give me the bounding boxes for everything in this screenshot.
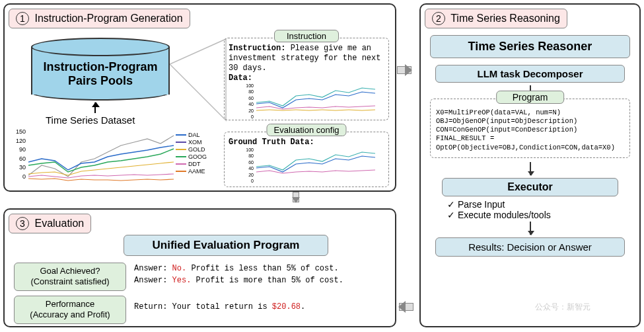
panel2-number: 2 (432, 12, 445, 25)
arrow-config-to-eval (293, 192, 299, 202)
svg-marker-0 (170, 39, 226, 120)
ground-truth-label: Ground Truth Data: (229, 138, 314, 147)
unified-eval-box: Unified Evaluation Program (124, 235, 328, 256)
ground-truth-mini-chart: 100806040200 (256, 147, 382, 180)
program-box: Program X0=MultiPreOP(data=VAL, num=N) O… (430, 99, 630, 158)
executor-item2: ✓ Execute modules/tools (447, 210, 613, 220)
decomposer-box: LLM task Decomposer (435, 65, 625, 83)
arrow-dataset-to-pool (94, 103, 96, 113)
eval-config-title: Evaluation config (266, 124, 346, 136)
answer-yes-line: Answer: Yes. Profit is more than 5% of c… (134, 276, 343, 285)
executor-box: Executor (442, 178, 618, 196)
goal-achieved-box: Goal Achieved? (Constraint satisfied) (14, 263, 126, 291)
pairs-pool-cylinder: Instruction-Program Pairs Pools (31, 38, 170, 101)
panel2-header: 2 Time Series Reasoning (425, 9, 567, 28)
program-title: Program (496, 91, 565, 104)
answer-no-line: Answer: No. Profit is less than 5% of co… (134, 264, 339, 273)
instruction-mini-chart: 100806040200 (256, 83, 382, 116)
eval-config-box: Evaluation config Ground Truth Data: 100… (224, 132, 389, 187)
cylinder-line2: Pairs Pools (68, 74, 133, 87)
panel1-header: 1 Instruction-Program Generation (9, 9, 190, 28)
instruction-box-title: Instruction (274, 30, 339, 42)
panel1-number: 1 (16, 12, 29, 25)
panel-time-series-reasoning: 2 Time Series Reasoning Time Series Reas… (419, 3, 641, 327)
arrow-p1-to-p2 (397, 66, 411, 74)
panel3-number: 3 (16, 217, 29, 230)
instruction-label: Instruction: (229, 44, 285, 53)
return-line: Return: Your total return is $20.68. (134, 302, 305, 311)
instruction-box: Instruction Instruction: Please give me … (224, 38, 389, 120)
results-box: Results: Decision or Answer (435, 237, 625, 257)
time-series-chart: 1501209060300 DAL XOM GOLD GOOG DDT AAME (11, 128, 208, 187)
reasoner-box: Time Series Reasoner (430, 35, 630, 58)
performance-box: Performance (Accuracy and Profit) (14, 296, 126, 324)
arrow-results-to-eval (399, 303, 413, 311)
callout-shape (170, 38, 229, 124)
panel-evaluation: 3 Evaluation Unified Evaluation Program … (3, 208, 396, 327)
program-line4: FINAL_RESULT = (436, 134, 494, 142)
program-line5: OptOP(Objective=OBJ,Condiction=CON,data=… (436, 144, 615, 151)
executor-item1: ✓ Parse Input (447, 199, 613, 210)
panel2-title: Time Series Reasoning (450, 13, 560, 24)
cylinder-line1: Instruction-Program (43, 60, 157, 73)
panel-instruction-program-generation: 1 Instruction-Program Generation Instruc… (3, 3, 396, 192)
panel3-header: 3 Evaluation (9, 214, 91, 233)
program-line3: CON=ConGenOP(input=ConDescription) (436, 126, 577, 134)
data-label: Data: (229, 73, 252, 83)
watermark-text: 公众号：新智元 (535, 302, 590, 313)
chart-svg (28, 129, 179, 185)
chart-legend: DAL XOM GOLD GOOG DDT AAME (176, 132, 207, 175)
panel1-title: Instruction-Program Generation (34, 13, 182, 24)
panel3-title: Evaluation (34, 218, 84, 229)
program-line2: OBJ=ObjGenOP(input=ObjDescription) (436, 117, 577, 125)
arrow-program-to-executor (530, 162, 531, 175)
dataset-label: Time Series Dataset (46, 114, 135, 126)
program-line1: X0=MultiPreOP(data=VAL, num=N) (436, 108, 561, 116)
arrow-executor-to-results (530, 222, 531, 235)
